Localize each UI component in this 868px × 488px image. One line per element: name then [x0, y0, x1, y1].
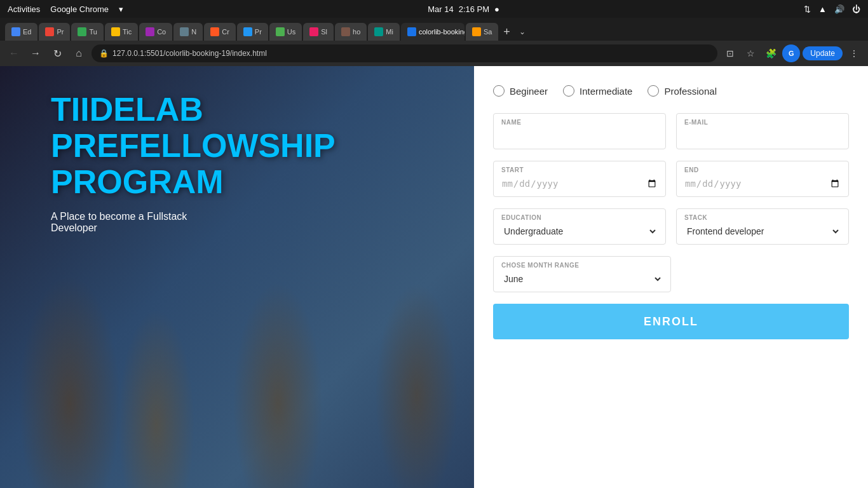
stack-input-wrapper: STACK Frontend developer Backend develop…	[676, 208, 849, 245]
tab-tic[interactable]: Tic	[105, 23, 138, 41]
end-label: END	[684, 166, 841, 173]
intermediate-option[interactable]: Intermediate	[563, 85, 632, 97]
os-topbar-center: Mar 14 2:16 PM ●	[428, 4, 499, 14]
hero-subtitle-line2: Developer	[51, 222, 336, 234]
os-topbar-right: ⇅ ▲ 🔊 ⏻	[804, 4, 860, 14]
tab-label-sl: Sl	[321, 28, 327, 36]
tab-n[interactable]: N	[173, 23, 203, 41]
education-stack-row: EDUCATION Undergraduate Graduate Postgra…	[493, 208, 849, 245]
tab-label-ho: ho	[353, 28, 360, 36]
email-input[interactable]	[684, 127, 841, 145]
tab-label-n: N	[191, 28, 196, 36]
name-input[interactable]	[501, 127, 658, 145]
nav-actions: ⊡ ☆ 🧩 G Update ⋮	[721, 44, 863, 62]
tab-sa[interactable]: Sa	[466, 23, 498, 41]
professional-radio[interactable]	[648, 85, 659, 97]
tab-pr[interactable]: Pr	[39, 23, 70, 41]
hero-subtitle: A Place to become a Fullstack Developer	[51, 211, 336, 234]
end-input-wrapper: END	[676, 161, 849, 197]
start-input-wrapper: START	[493, 161, 666, 197]
tab-label-co: Co	[157, 28, 166, 36]
end-date-input[interactable]	[684, 175, 841, 193]
tab-tu[interactable]: Tu	[71, 23, 103, 41]
tab-mi[interactable]: Mi	[368, 23, 400, 41]
bookmark-button[interactable]: ☆	[742, 44, 759, 62]
volume-icon: 🔊	[834, 4, 844, 14]
tab-label-mi: Mi	[386, 28, 393, 36]
new-tab-button[interactable]: +	[499, 23, 514, 41]
education-input-wrapper: EDUCATION Undergraduate Graduate Postgra…	[493, 208, 666, 245]
tab-ed[interactable]: Ed	[5, 23, 37, 41]
level-radio-group: Begineer Intermediate Professional	[493, 85, 849, 102]
time-display: 2:16 PM	[459, 4, 489, 14]
hero-title: TIIDELAB PREFELLOWSHIP PROGRAM	[51, 92, 336, 201]
tab-favicon-active	[407, 27, 416, 36]
address-bar[interactable]: 🔒 127.0.0.1:5501/colorlib-booking-19/ind…	[92, 44, 717, 62]
start-field: START	[493, 161, 666, 197]
os-topbar: Activities Google Chrome ▾ Mar 14 2:16 P…	[0, 0, 868, 18]
menu-button[interactable]: ⋮	[845, 44, 863, 62]
education-field: EDUCATION Undergraduate Graduate Postgra…	[493, 208, 666, 245]
hero-text: TIIDELAB PREFELLOWSHIP PROGRAM A Place t…	[51, 92, 336, 234]
tab-pr2[interactable]: Pr	[237, 23, 268, 41]
stack-select[interactable]: Frontend developer Backend developer Ful…	[684, 222, 841, 240]
home-button[interactable]: ⌂	[70, 44, 88, 62]
stack-field: STACK Frontend developer Backend develop…	[676, 208, 849, 245]
tab-sl[interactable]: Sl	[303, 23, 334, 41]
tab-cr[interactable]: Cr	[204, 23, 236, 41]
address-text: 127.0.0.1:5501/colorlib-booking-19/index…	[112, 49, 267, 58]
update-button[interactable]: Update	[803, 46, 843, 60]
status-dot: ●	[494, 4, 499, 14]
end-field: END	[676, 161, 849, 197]
tab-bar: Ed Pr Tu Tic Co N Cr Pr	[0, 18, 868, 41]
month-range-select[interactable]: January February March April May June Ju…	[501, 270, 663, 288]
tab-overflow-button[interactable]: ⌄	[515, 23, 529, 41]
browser-chrome: Ed Pr Tu Tic Co N Cr Pr	[0, 18, 868, 66]
dropdown-icon[interactable]: ▾	[119, 4, 123, 14]
tab-label-sa: Sa	[484, 28, 492, 36]
activities-label[interactable]: Activities	[8, 4, 40, 14]
tab-label-ed: Ed	[23, 28, 31, 36]
hero-title-line2: PREFELLOWSHIP	[51, 128, 336, 164]
tab-favicon-pr	[45, 27, 54, 36]
refresh-button[interactable]: ↻	[48, 44, 66, 62]
name-input-wrapper: NAME	[493, 113, 666, 149]
forward-button[interactable]: →	[27, 44, 44, 62]
main-content: TIIDELAB PREFELLOWSHIP PROGRAM A Place t…	[0, 66, 868, 488]
beginner-option[interactable]: Begineer	[493, 85, 548, 97]
tab-label-pr2: Pr	[255, 28, 262, 36]
extensions-button[interactable]: 🧩	[762, 44, 780, 62]
email-label: E-MAIL	[684, 119, 841, 126]
wifi-icon: ▲	[818, 4, 827, 14]
intermediate-radio[interactable]	[563, 85, 574, 97]
email-input-wrapper: E-MAIL	[676, 113, 849, 149]
cast-button[interactable]: ⊡	[721, 44, 739, 62]
education-label: EDUCATION	[501, 214, 658, 221]
month-range-input-wrapper: CHOSE MONTH RANGE January February March…	[493, 256, 671, 292]
professional-option[interactable]: Professional	[648, 85, 717, 97]
start-date-input[interactable]	[501, 175, 658, 193]
power-icon: ⏻	[852, 4, 860, 14]
back-button[interactable]: ←	[5, 44, 23, 62]
profile-button[interactable]: G	[782, 44, 800, 62]
education-select[interactable]: Undergraduate Graduate Postgraduate Othe…	[501, 222, 658, 240]
lock-icon: 🔒	[99, 49, 109, 58]
tab-favicon-tic	[111, 27, 120, 36]
start-label: START	[501, 166, 658, 173]
enroll-button[interactable]: ENROLL	[493, 304, 849, 339]
tab-ho[interactable]: ho	[335, 23, 367, 41]
tab-favicon-mi	[374, 27, 383, 36]
tab-favicon-us	[276, 27, 285, 36]
name-field: NAME	[493, 113, 666, 149]
tab-co[interactable]: Co	[139, 23, 172, 41]
tab-label-us: Us	[287, 28, 295, 36]
professional-label: Professional	[664, 86, 717, 97]
beginner-radio[interactable]	[493, 85, 505, 97]
tab-label-active: colorlib-booking	[419, 28, 465, 36]
tab-favicon-sa	[472, 27, 481, 36]
tab-favicon-ho	[341, 27, 350, 36]
tab-us[interactable]: Us	[269, 23, 302, 41]
tab-active[interactable]: colorlib-booking ✕	[401, 23, 465, 41]
tab-favicon-ed	[11, 27, 20, 36]
network-icon: ⇅	[804, 4, 811, 14]
